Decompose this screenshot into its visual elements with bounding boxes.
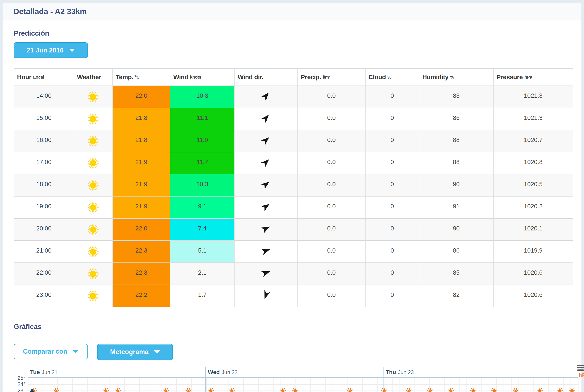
wind-dir-cell [234,130,297,152]
wind-direction-arrow-icon [259,200,273,213]
table-row: 23:00 22.21.7 0.00821020.6 [14,284,573,307]
date-dropdown-label: 21 Jun 2016 [26,46,64,54]
panel-body: Predicción 21 Jun 2016 HourLocalWeatherT… [2,20,582,360]
wind-cell: 1.7 [170,285,234,307]
sun-icon [279,387,287,392]
pressure-cell: 1020.2 [493,196,573,218]
compare-with-dropdown-button[interactable]: Comparar con [14,344,88,359]
wind-direction-arrow-icon [259,222,273,235]
hour-gridline [310,377,311,392]
sun-icon [568,387,576,392]
table-row: 19:00 21.99.1 0.00911020.2 [14,196,573,218]
hour-gridline [80,377,80,392]
pressure-cell: 1021.3 [493,86,573,108]
cloud-cell: 0 [365,86,419,108]
y-axis-tick-label: 25° [14,375,25,381]
cloud-cell: 0 [365,108,419,130]
hour-cell: 23:00 [14,285,74,307]
hour-gridline [206,377,207,392]
hour-gridline [199,377,199,392]
prediction-heading: Predicción [14,20,582,37]
temp-cell: 22.3 [112,263,170,284]
meteogram-dropdown-button[interactable]: Meteograma [97,344,173,360]
hour-gridline [504,377,504,392]
sun-icon [87,135,99,147]
wind-dir-cell [234,196,297,218]
temp-cell: 22.0 [112,219,170,240]
hour-gridline [42,377,43,392]
weather-cell [74,108,112,130]
pressure-cell: 1020.1 [493,219,573,240]
date-dropdown-button[interactable]: 21 Jun 2016 [14,42,88,58]
temp-cell: 21.9 [112,152,170,174]
sun-icon [87,202,99,214]
hour-gridline [444,377,445,392]
chart-weather-sun-marker [557,387,564,392]
pressure-cell: 1020.6 [493,285,573,307]
chart-weather-sun-marker [426,387,433,392]
hour-cell: 20:00 [14,219,74,240]
hour-gridline [467,377,467,392]
table-row: 21:00 22.35.1 0.00861019.9 [14,240,573,262]
temp-cell: 21.9 [112,174,170,196]
chart-weather-sun-marker [102,387,110,392]
wind-cell: 10.3 [170,86,234,108]
hour-gridline [377,377,378,392]
table-row: 20:00 22.07.4 0.00901020.1 [14,218,573,240]
sun-icon [87,113,99,125]
precip-cell: 0.0 [297,130,365,152]
cloud-cell: 0 [365,263,419,284]
hour-gridline [370,377,370,392]
humidity-cell: 90 [419,219,493,240]
weather-cell [74,285,112,307]
wind-dir-cell [234,174,297,196]
weather-cell [74,263,112,284]
hour-gridline [318,377,318,392]
wind-dir-cell [234,108,297,130]
panel-header: Detallada - A2 33km [2,3,582,20]
precip-cell: 0.0 [297,86,365,108]
column-header-weather: Weather [74,69,112,86]
hour-gridline [437,377,437,392]
sun-icon [557,387,564,392]
column-header-humidity: Humidity% [419,69,493,86]
pressure-cell: 1021.3 [493,108,573,130]
humidity-cell: 86 [419,108,493,130]
chart-menu-icon[interactable] [577,365,584,371]
compare-with-label: Comparar con [23,348,67,355]
humidity-cell: 88 [419,130,493,152]
chart-weather-sun-marker [228,387,236,392]
sun-icon [207,387,215,392]
weather-cell [74,241,112,262]
sun-icon [87,180,99,191]
cloud-cell: 0 [365,285,419,307]
sun-icon [53,387,60,392]
hour-gridline [534,377,534,392]
precip-cell: 0.0 [297,196,365,218]
hour-gridline [72,377,73,392]
sun-icon [114,387,122,392]
temp-cell: 21.9 [112,196,170,218]
hour-gridline [132,377,132,392]
chart-weather-sun-marker [279,387,287,392]
chart-weather-sun-marker [448,387,455,392]
graphs-heading: Gráficas [14,307,582,331]
temp-cell: 21.8 [112,108,170,130]
sun-icon [346,387,353,392]
column-header-cloud: Cloud% [365,69,419,86]
column-header-winddir: Wind dir. [234,69,297,86]
wind-dir-cell [234,241,297,262]
sun-icon [87,91,99,103]
cloud-cell: 0 [365,152,419,174]
wind-cell: 9.1 [170,196,234,218]
wind-dir-cell [234,263,297,284]
hour-gridline [87,377,88,392]
sun-icon [87,157,99,169]
gridline-24 [27,384,578,385]
hour-gridline [489,377,489,392]
temp-cell: 22.2 [112,285,170,307]
wind-cell: 11.7 [170,152,234,174]
chart-weather-sun-marker [185,387,192,392]
chart-weather-sun-marker [469,387,477,392]
humidity-cell: 91 [419,196,493,218]
